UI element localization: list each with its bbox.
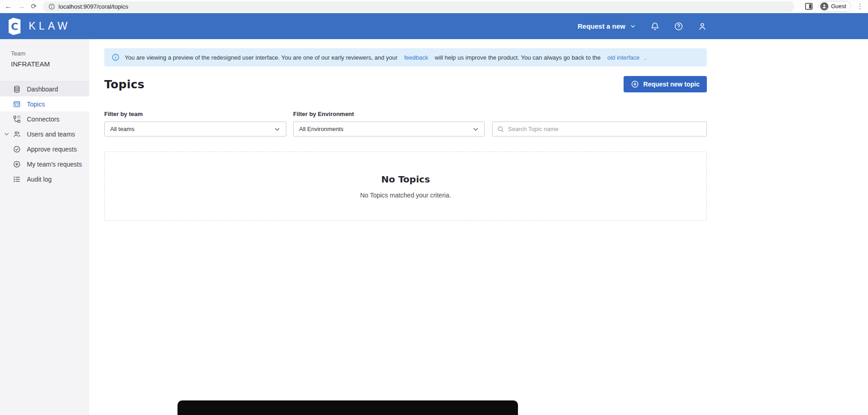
team-name: INFRATEAM: [11, 60, 78, 68]
audit-log-icon: [13, 175, 21, 183]
empty-state: No Topics No Topics matched your criteri…: [104, 152, 707, 221]
browser-controls: Guest ⋮: [800, 1, 863, 12]
team-label: Team: [11, 50, 78, 57]
team-filter-label: Filter by team: [104, 111, 286, 117]
address-bar[interactable]: localhost:9097/coral/topics: [43, 1, 794, 12]
banner-text: .: [645, 54, 646, 61]
help-icon[interactable]: [674, 22, 683, 31]
team-filter-value: All teams: [110, 126, 134, 132]
page-title: Topics: [104, 78, 144, 91]
feedback-link[interactable]: feedback: [404, 54, 428, 61]
profile-name: Guest: [831, 3, 846, 10]
sidebar-item-label: Users and teams: [27, 131, 75, 138]
search-topic-input[interactable]: [508, 126, 702, 132]
request-a-new-label: Request a new: [578, 22, 625, 30]
team-filter: Filter by team All teams: [104, 111, 286, 137]
plus-circle-icon: [631, 80, 639, 88]
url-text: localhost:9097/coral/topics: [59, 3, 128, 10]
svg-text:C: C: [11, 21, 18, 32]
bottom-dark-bar: [178, 400, 518, 415]
chevron-down-icon[interactable]: [4, 131, 10, 137]
sidebar-item-label: Dashboard: [27, 86, 58, 93]
team-filter-select[interactable]: All teams: [104, 121, 286, 137]
team-requests-icon: [13, 160, 21, 168]
info-icon: [112, 53, 120, 61]
klaw-logo[interactable]: C KLAW: [6, 17, 71, 35]
sidebar-item-label: Approve requests: [27, 146, 77, 153]
team-block: Team INFRATEAM: [0, 39, 89, 68]
topic-search: [492, 121, 707, 137]
sidebar-item-dashboard[interactable]: Dashboard: [0, 81, 89, 96]
sidebar-item-users-and-teams[interactable]: Users and teams: [0, 127, 89, 142]
sidebar-item-topics[interactable]: Topics: [0, 96, 89, 111]
profile-avatar-icon: [820, 2, 828, 10]
request-new-topic-label: Request new topic: [643, 81, 700, 88]
sidebar-item-approve-requests[interactable]: Approve requests: [0, 142, 89, 157]
klaw-logo-icon: C: [6, 17, 22, 35]
profile-icon[interactable]: [698, 22, 707, 31]
preview-banner: You are viewing a preview of the redesig…: [104, 48, 707, 66]
banner-text: will help us improve the product. You ca…: [433, 54, 602, 61]
empty-state-message: No Topics matched your criteria.: [360, 192, 451, 199]
sidebar: Team INFRATEAM Dashboard Topics Connecto…: [0, 39, 89, 415]
chevron-down-icon: [274, 126, 280, 132]
sidebar-item-my-teams-requests[interactable]: My team's requests: [0, 157, 89, 172]
chevron-down-icon: [472, 126, 479, 132]
users-teams-icon: [13, 130, 21, 138]
topics-icon: [13, 100, 21, 108]
browser-forward-icon[interactable]: →: [18, 3, 25, 10]
sidebar-item-audit-log[interactable]: Audit log: [0, 172, 89, 187]
environment-filter-label: Filter by Environment: [293, 111, 485, 117]
browser-profile-chip[interactable]: Guest: [818, 1, 851, 12]
environment-filter: Filter by Environment All Environments: [293, 111, 485, 137]
page-info-icon[interactable]: [48, 3, 55, 10]
dashboard-icon: [13, 85, 21, 93]
environment-filter-select[interactable]: All Environments: [293, 121, 485, 137]
sidebar-item-label: My team's requests: [27, 161, 82, 168]
brand-name: KLAW: [29, 20, 71, 32]
request-new-topic-button[interactable]: Request new topic: [624, 76, 707, 92]
sidebar-item-connectors[interactable]: Connectors: [0, 111, 89, 127]
search-icon: [497, 126, 504, 133]
connectors-icon: [13, 115, 21, 123]
header-actions: Request a new: [578, 13, 707, 39]
old-interface-link[interactable]: old interface: [607, 54, 640, 61]
browser-back-icon[interactable]: ←: [5, 3, 12, 10]
browser-reload-icon[interactable]: ⟳: [31, 2, 37, 10]
environment-filter-value: All Environments: [299, 126, 344, 132]
banner-text: You are viewing a preview of the redesig…: [125, 54, 399, 61]
sidebar-item-label: Audit log: [27, 176, 51, 183]
browser-menu-icon[interactable]: ⋮: [857, 2, 863, 10]
sidebar-item-label: Connectors: [27, 116, 60, 123]
empty-state-title: No Topics: [381, 174, 430, 185]
request-a-new-menu[interactable]: Request a new: [578, 22, 636, 30]
main-content: You are viewing a preview of the redesig…: [89, 39, 868, 415]
sidebar-item-label: Topics: [27, 101, 45, 108]
notifications-bell-icon[interactable]: [650, 22, 660, 31]
browser-chrome: ← → ⟳ localhost:9097/coral/topics Guest …: [0, 0, 868, 13]
approve-requests-icon: [13, 145, 21, 153]
side-panel-icon[interactable]: [805, 3, 813, 10]
chevron-down-icon: [630, 23, 636, 29]
app-header: C KLAW Request a new: [0, 13, 868, 39]
